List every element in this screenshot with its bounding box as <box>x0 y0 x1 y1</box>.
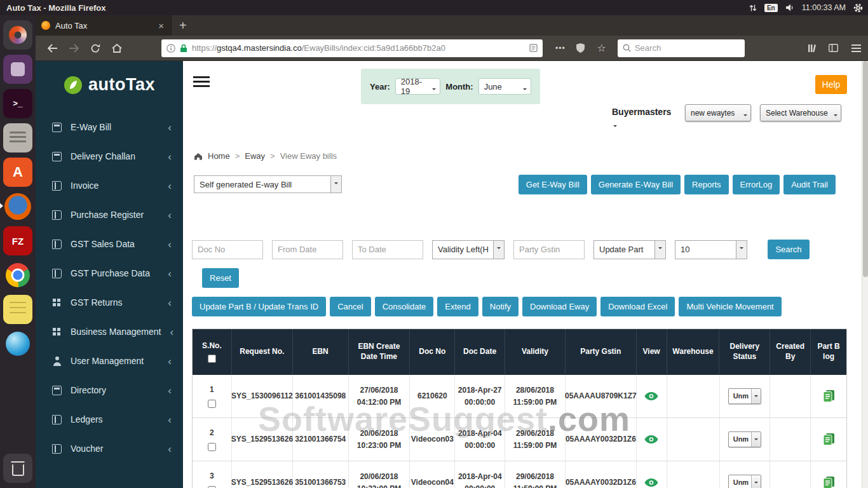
https-lock-icon[interactable] <box>180 44 187 53</box>
part-b-log-icon[interactable] <box>823 390 835 403</box>
action-button[interactable]: Cancel <box>330 297 370 316</box>
view-eye-icon[interactable] <box>644 392 658 400</box>
buyermasters-label[interactable]: Buyermasters <box>612 107 671 117</box>
home-button[interactable] <box>111 44 123 53</box>
cell-ebn-create: 20/06/201810:23:00 PM <box>349 418 410 461</box>
url-text: https://gstqa4.mastersindia.co/EwayBills… <box>192 43 529 53</box>
updown-arrows-icon[interactable] <box>749 4 757 12</box>
breadcrumb-home[interactable]: Home <box>208 151 230 161</box>
view-eye-icon[interactable] <box>644 435 658 444</box>
delivery-status-select[interactable]: Unm <box>728 388 761 404</box>
sidebar-item-label: Voucher <box>71 444 159 454</box>
action-button[interactable]: Multi Vehicle Movement <box>679 297 781 316</box>
filter-row: Validity Left(H Update Part 10 Search <box>192 240 810 259</box>
bill-type-select[interactable]: Self generated E-way Bill <box>194 175 342 193</box>
sidebar-item[interactable]: GST Returns ‹ <box>36 288 183 317</box>
doc-no-input[interactable] <box>192 240 263 259</box>
toolbar-button[interactable]: Reports <box>684 175 729 194</box>
reset-button[interactable]: Reset <box>202 268 239 288</box>
sidebar-item-label: Directory <box>71 385 159 395</box>
launcher-app-icon[interactable] <box>3 226 32 255</box>
shield-icon[interactable] <box>574 43 587 53</box>
update-part-select[interactable]: Update Part <box>593 240 666 259</box>
sidebar-collapse-icon[interactable] <box>193 76 210 86</box>
browser-search-input[interactable] <box>635 43 747 53</box>
sidebar-item[interactable]: Invoice ‹ <box>36 171 183 200</box>
system-clock[interactable]: 11:00:33 AM <box>802 3 846 12</box>
url-bar[interactable]: https://gstqa4.mastersindia.co/EwayBills… <box>161 39 543 57</box>
back-button[interactable] <box>46 44 58 53</box>
sidebar-item[interactable]: GST Purchase Data ‹ <box>36 259 183 288</box>
toolbar-button[interactable]: ErrorLog <box>733 175 780 194</box>
view-eye-icon[interactable] <box>644 478 658 487</box>
volume-icon[interactable] <box>785 4 794 11</box>
browser-tab[interactable]: Auto Tax × <box>36 15 172 36</box>
cell-doc-no: Videocon03 <box>410 418 455 461</box>
site-info-icon[interactable] <box>166 44 175 53</box>
sidebar-item[interactable]: GST Sales Data ‹ <box>36 229 183 259</box>
browser-search-bar[interactable] <box>618 39 745 57</box>
warehouse-select[interactable]: Select Warehouse <box>760 104 841 121</box>
library-icon[interactable] <box>806 44 818 53</box>
search-button[interactable]: Search <box>768 240 810 259</box>
launcher-app-icon[interactable] <box>3 55 32 84</box>
action-button[interactable]: Download Eway <box>522 297 597 316</box>
delivery-status-select[interactable]: Unm <box>728 431 761 447</box>
sidebar-toggle-icon[interactable] <box>827 44 840 52</box>
sidebar-item[interactable]: E-Way Bill ‹ <box>36 112 183 142</box>
launcher-app-icon[interactable] <box>3 158 32 187</box>
sidebar-item[interactable]: Ledgers ‹ <box>36 405 183 434</box>
month-select[interactable]: June <box>478 78 531 95</box>
toolbar-button[interactable]: Get E-Way Bill <box>519 175 587 194</box>
bookmark-star-icon[interactable]: ☆ <box>597 43 606 53</box>
breadcrumb-section[interactable]: Eway <box>245 151 265 161</box>
launcher-app-icon[interactable] <box>3 454 32 483</box>
row-checkbox[interactable] <box>208 443 216 451</box>
session-gear-icon[interactable] <box>853 3 863 13</box>
toolbar-button[interactable]: Audit Trail <box>783 175 836 194</box>
row-checkbox[interactable] <box>208 486 216 488</box>
new-tab-button[interactable]: + <box>179 19 187 32</box>
sidebar-item[interactable]: Directory ‹ <box>36 376 183 405</box>
sidebar-item[interactable]: User Management ‹ <box>36 346 183 376</box>
action-button[interactable]: Notify <box>482 297 519 316</box>
year-select[interactable]: 2018-19 <box>395 78 441 95</box>
tab-close-icon[interactable]: × <box>157 20 165 31</box>
sidebar-item[interactable]: Business Management ‹ <box>36 317 183 346</box>
select-all-checkbox[interactable] <box>208 355 216 363</box>
launcher-app-icon[interactable] <box>3 329 32 358</box>
launcher-app-icon[interactable] <box>3 261 32 290</box>
keyboard-layout-indicator[interactable]: En <box>764 4 778 12</box>
from-date-input[interactable] <box>272 240 343 259</box>
toolbar-button[interactable]: Generate E-Way Bill <box>591 175 681 194</box>
part-b-log-icon[interactable] <box>823 433 835 446</box>
launcher-app-icon[interactable] <box>3 192 32 221</box>
sidebar-item[interactable]: Purchase Register ‹ <box>36 200 183 229</box>
delivery-status-select[interactable]: Unm <box>728 475 761 488</box>
scrollbar-thumb[interactable] <box>863 61 868 277</box>
launcher-app-icon[interactable] <box>3 89 32 118</box>
buyermasters-caret-icon[interactable] <box>613 125 617 129</box>
launcher-app-icon[interactable] <box>3 123 32 152</box>
sidebar-item[interactable]: Voucher ‹ <box>36 434 183 463</box>
party-gstin-input[interactable] <box>513 240 585 259</box>
reload-button[interactable] <box>89 43 102 53</box>
part-b-log-icon[interactable] <box>823 476 835 488</box>
launcher-app-icon[interactable] <box>3 20 32 50</box>
to-date-input[interactable] <box>352 240 423 259</box>
launcher-app-icon[interactable] <box>3 295 32 324</box>
action-button[interactable]: Update Part B / Update Trans ID <box>192 297 326 316</box>
help-button[interactable]: Help <box>815 75 847 94</box>
validity-select[interactable]: Validity Left(H <box>432 240 505 259</box>
sidebar-item[interactable]: Delivery Challan ‹ <box>36 142 183 171</box>
action-button[interactable]: Download Excel <box>600 297 675 316</box>
row-checkbox[interactable] <box>208 400 216 408</box>
action-button[interactable]: Extend <box>437 297 478 316</box>
reader-mode-icon[interactable] <box>529 44 538 52</box>
page-size-select[interactable]: 10 <box>675 240 747 259</box>
ewaytes-select[interactable]: new ewaytes <box>685 104 751 121</box>
action-button[interactable]: Consolidate <box>375 297 434 316</box>
page-scrollbar[interactable] <box>862 61 868 488</box>
page-actions-icon[interactable]: ••• <box>555 44 566 53</box>
forward-button[interactable] <box>67 44 80 53</box>
